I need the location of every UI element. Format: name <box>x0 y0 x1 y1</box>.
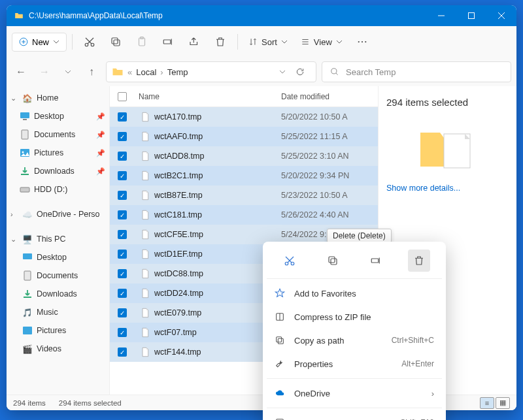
file-icon <box>140 268 150 279</box>
file-row[interactable]: ✓wctB2C1.tmp5/20/2022 9:34 PN <box>110 166 378 186</box>
file-row[interactable]: ✓wctADD8.tmp5/25/2022 3:10 AN <box>110 146 378 166</box>
svg-rect-31 <box>23 253 32 259</box>
drive-icon <box>20 184 30 195</box>
file-name: wctC181.tmp <box>154 210 202 219</box>
row-checkbox[interactable]: ✓ <box>118 152 127 161</box>
forward-button[interactable]: → <box>35 61 54 82</box>
ctx-copy-path[interactable]: Copy as pathCtrl+Shift+C <box>267 329 442 352</box>
svg-rect-33 <box>23 327 32 334</box>
sidebar-item-thispc[interactable]: ⌄🖥️This PC <box>7 230 109 248</box>
delete-button[interactable] <box>209 30 232 54</box>
row-checkbox[interactable]: ✓ <box>118 191 127 200</box>
up-button[interactable]: ↑ <box>82 61 101 82</box>
row-checkbox[interactable]: ✓ <box>118 210 127 219</box>
file-row[interactable]: ✓wctA170.tmp5/20/2022 10:50 A <box>110 107 378 127</box>
show-more-details-link[interactable]: Show more details... <box>386 184 509 193</box>
breadcrumb-local[interactable]: Local <box>136 67 156 77</box>
sort-button[interactable]: Sort <box>243 33 293 51</box>
music-icon: 🎵 <box>22 307 33 317</box>
sidebar-item-pc-desktop[interactable]: Desktop <box>7 248 109 267</box>
sidebar-item-pc-pictures[interactable]: Pictures <box>7 321 109 340</box>
sidebar-item-pc-downloads[interactable]: Downloads <box>7 285 109 303</box>
file-date: 5/20/2022 9:34 PN <box>281 171 378 180</box>
refresh-button[interactable] <box>290 67 311 76</box>
address-bar[interactable]: « Local › Temp <box>106 61 316 82</box>
file-row[interactable]: ✓wctB87E.tmp5/23/2022 10:50 A <box>110 186 378 205</box>
breadcrumb-temp[interactable]: Temp <box>167 67 188 77</box>
sidebar-item-downloads[interactable]: Downloads📌 <box>7 162 109 180</box>
back-button[interactable]: ← <box>12 61 30 82</box>
view-button[interactable]: View <box>295 33 348 51</box>
chevron-down-icon[interactable] <box>279 69 286 75</box>
row-checkbox[interactable]: ✓ <box>118 328 127 337</box>
ctx-rename-button[interactable] <box>365 250 387 272</box>
file-row[interactable]: ✓wctAAF0.tmp5/25/2022 11:15 A <box>110 127 378 146</box>
svg-point-23 <box>331 69 337 74</box>
sidebar-item-home[interactable]: ⌄🏠Home <box>7 89 109 107</box>
row-checkbox[interactable]: ✓ <box>118 347 127 357</box>
more-button[interactable] <box>350 30 374 54</box>
row-checkbox[interactable]: ✓ <box>118 308 127 317</box>
row-checkbox[interactable]: ✓ <box>118 230 127 239</box>
sidebar-item-pictures[interactable]: Pictures📌 <box>7 144 109 162</box>
desktop-icon <box>22 252 33 263</box>
window-title: C:\Users\hamma\AppData\Local\Temp <box>29 11 426 20</box>
search-icon <box>330 67 339 76</box>
cut-button[interactable] <box>78 30 101 54</box>
ctx-compress-zip[interactable]: Compress to ZIP file <box>267 305 442 329</box>
status-item-count: 294 items <box>13 399 46 407</box>
row-checkbox[interactable]: ✓ <box>118 250 127 259</box>
file-icon <box>140 112 150 122</box>
thumbnails-view-button[interactable]: ▦ <box>496 397 510 409</box>
sidebar-item-desktop[interactable]: Desktop📌 <box>7 107 109 125</box>
sidebar-item-pc-videos[interactable]: 🎬Videos <box>7 340 109 358</box>
recent-button[interactable] <box>59 61 77 82</box>
ctx-delete-button[interactable] <box>408 250 430 272</box>
maximize-button[interactable] <box>456 5 486 26</box>
sidebar-item-hdd[interactable]: HDD (D:) <box>7 180 109 199</box>
sidebar-item-onedrive[interactable]: ›☁️OneDrive - Perso <box>7 205 109 223</box>
close-button[interactable] <box>486 5 516 26</box>
scissors-icon <box>284 255 295 267</box>
file-row[interactable]: ✓wctC181.tmp5/26/2022 4:40 AN <box>110 205 378 225</box>
scissors-icon <box>84 36 95 48</box>
folder-icon <box>14 11 24 20</box>
svg-point-21 <box>362 41 363 42</box>
plus-icon <box>19 37 28 46</box>
sidebar-item-documents[interactable]: Documents📌 <box>7 125 109 144</box>
file-name: wctADD8.tmp <box>154 152 204 161</box>
rename-button[interactable] <box>156 30 180 54</box>
new-button[interactable]: New <box>12 33 67 52</box>
ctx-cut-button[interactable] <box>278 250 301 272</box>
ctx-show-more[interactable]: Show more optionsShift+F10 <box>267 411 442 420</box>
minimize-button[interactable] <box>426 5 456 26</box>
chevron-right-icon: › <box>431 389 434 398</box>
svg-rect-32 <box>24 271 31 280</box>
row-checkbox[interactable]: ✓ <box>118 171 127 180</box>
file-icon <box>140 249 150 259</box>
column-name[interactable]: Name <box>135 92 281 101</box>
ctx-onedrive[interactable]: OneDrive› <box>267 381 442 405</box>
column-date[interactable]: Date modified <box>281 92 378 101</box>
details-view-button[interactable]: ≡ <box>480 397 494 409</box>
row-checkbox[interactable]: ✓ <box>118 112 127 121</box>
share-button[interactable] <box>182 30 206 54</box>
navigation-pane[interactable]: ⌄🏠Home Desktop📌 Documents📌 Pictures📌 Dow… <box>7 86 110 395</box>
file-date: 5/25/2022 3:10 AN <box>281 152 378 161</box>
select-all-checkbox[interactable] <box>118 92 127 101</box>
sidebar-item-pc-documents[interactable]: Documents <box>7 267 109 285</box>
row-checkbox[interactable]: ✓ <box>118 269 127 278</box>
file-icon <box>140 190 150 201</box>
title-bar[interactable]: C:\Users\hamma\AppData\Local\Temp <box>7 5 516 26</box>
copy-button[interactable] <box>104 30 127 54</box>
ctx-add-favorites[interactable]: Add to Favorites <box>267 282 442 305</box>
row-checkbox[interactable]: ✓ <box>118 289 127 298</box>
search-input[interactable]: Search Temp <box>322 61 511 82</box>
sidebar-item-pc-music[interactable]: 🎵Music <box>7 303 109 321</box>
row-checkbox[interactable]: ✓ <box>118 132 127 141</box>
ctx-copy-button[interactable] <box>322 250 344 272</box>
rename-icon <box>370 255 382 267</box>
file-date: 5/23/2022 10:50 A <box>281 191 378 200</box>
ctx-properties[interactable]: PropertiesAlt+Enter <box>267 352 442 376</box>
paste-button[interactable] <box>130 30 154 54</box>
